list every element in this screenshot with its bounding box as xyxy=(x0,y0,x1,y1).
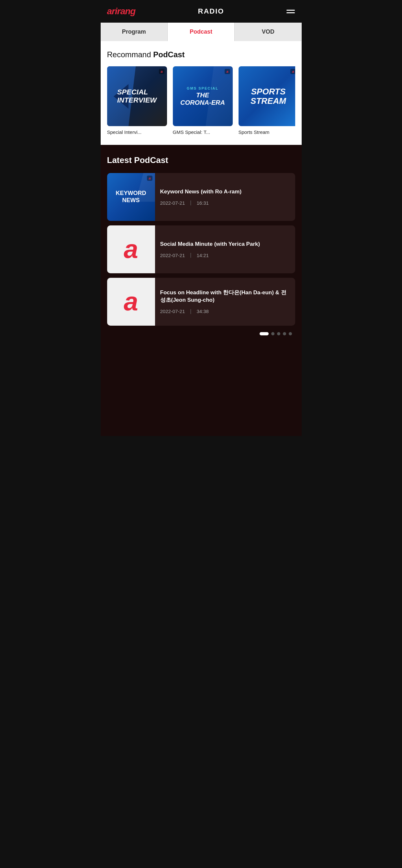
latest-card-focus-headline[interactable]: a Focus on Headline with 한다은(Han Da-eun)… xyxy=(107,278,295,326)
arirang-default-bg: a xyxy=(107,225,155,273)
latest-info: Keyword News (with Ro A-ram) 2022-07-21 … xyxy=(155,183,295,211)
arirang-default-bg: a xyxy=(107,278,155,326)
podcast-name: Focus on Headline with 한다은(Han Da-eun) &… xyxy=(160,289,290,304)
podcast-card-sports-stream[interactable]: SPORTSSTREAM a Sports Stream xyxy=(238,66,295,135)
arirang-badge: a xyxy=(225,69,230,74)
page-title: RADIO xyxy=(198,7,224,16)
podcast-date: 2022-07-21 xyxy=(160,253,185,258)
latest-card-social-media[interactable]: a Social Media Minute (with Yerica Park)… xyxy=(107,225,295,273)
tab-program[interactable]: Program xyxy=(100,23,168,41)
podcast-thumb-corona: GMS SPECIAL THECORONA-ERA a xyxy=(173,66,233,126)
podcast-meta: 2022-07-21 | 34:38 xyxy=(160,309,290,314)
tab-bar: Program Podcast VOD xyxy=(100,23,302,41)
meta-divider: | xyxy=(190,200,191,206)
podcast-thumb-special: SPECIALINTERVIEW a xyxy=(107,66,167,126)
arirang-logo: arirang xyxy=(107,6,136,17)
hamburger-line xyxy=(286,12,295,13)
arirang-logo-large: a xyxy=(124,287,138,317)
podcast-duration: 34:38 xyxy=(197,309,209,314)
arirang-logo-large: a xyxy=(124,235,138,264)
podcast-name: Keyword News (with Ro A-ram) xyxy=(160,188,290,196)
podcast-label: Special Intervi... xyxy=(107,129,142,135)
latest-info: Focus on Headline with 한다은(Han Da-eun) &… xyxy=(155,284,295,319)
podcast-meta: 2022-07-21 | 14:21 xyxy=(160,252,290,258)
menu-button[interactable] xyxy=(286,10,295,13)
latest-thumb-keyword: KEYWORDNEWS a xyxy=(107,173,155,221)
arirang-badge: a xyxy=(159,69,164,74)
latest-section: Latest PodCast KEYWORDNEWS a Keyword New… xyxy=(100,145,302,436)
meta-divider: | xyxy=(190,252,191,258)
pagination xyxy=(107,332,295,335)
keyword-news-bg: KEYWORDNEWS a xyxy=(107,173,155,221)
special-interview-text: SPECIALINTERVIEW xyxy=(112,88,162,104)
recommend-section: Recommand PodCast SPECIALINTERVIEW a Spe… xyxy=(100,41,302,145)
podcast-scroll[interactable]: SPECIALINTERVIEW a Special Intervi... GM… xyxy=(107,66,295,135)
tab-podcast[interactable]: Podcast xyxy=(168,23,235,41)
pagination-dot-1[interactable] xyxy=(260,332,269,335)
podcast-name: Social Media Minute (with Yerica Park) xyxy=(160,241,290,248)
podcast-duration: 16:31 xyxy=(197,200,209,206)
pagination-dot-4[interactable] xyxy=(283,332,286,335)
recommend-title: Recommand PodCast xyxy=(107,50,295,59)
tab-vod[interactable]: VOD xyxy=(235,23,302,41)
sports-stream-bg: SPORTSSTREAM a xyxy=(238,66,295,126)
podcast-card-special-interview[interactable]: SPECIALINTERVIEW a Special Intervi... xyxy=(107,66,167,135)
latest-thumb-social: a xyxy=(107,225,155,273)
latest-card-keyword-news[interactable]: KEYWORDNEWS a Keyword News (with Ro A-ra… xyxy=(107,173,295,221)
arirang-badge: a xyxy=(290,69,295,74)
pagination-dot-5[interactable] xyxy=(289,332,292,335)
podcast-thumb-sports: SPORTSSTREAM a xyxy=(238,66,295,126)
gms-corona-bg: GMS SPECIAL THECORONA-ERA a xyxy=(173,66,233,126)
meta-divider: | xyxy=(190,309,191,314)
arirang-badge: a xyxy=(147,176,152,181)
podcast-card-gms-corona[interactable]: GMS SPECIAL THECORONA-ERA a GMS Special:… xyxy=(173,66,233,135)
latest-info: Social Media Minute (with Yerica Park) 2… xyxy=(155,236,295,264)
podcast-duration: 14:21 xyxy=(197,253,209,258)
podcast-meta: 2022-07-21 | 16:31 xyxy=(160,200,290,206)
podcast-label: Sports Stream xyxy=(238,129,269,135)
podcast-date: 2022-07-21 xyxy=(160,200,185,206)
pagination-dot-3[interactable] xyxy=(277,332,280,335)
podcast-date: 2022-07-21 xyxy=(160,309,185,314)
podcast-label: GMS Special: T... xyxy=(173,129,210,135)
special-interview-bg: SPECIALINTERVIEW a xyxy=(107,66,167,126)
header: arirang RADIO xyxy=(100,0,302,23)
hamburger-line xyxy=(286,10,295,11)
latest-title: Latest PodCast xyxy=(107,155,295,165)
pagination-dot-2[interactable] xyxy=(271,332,275,335)
latest-thumb-focus: a xyxy=(107,278,155,326)
